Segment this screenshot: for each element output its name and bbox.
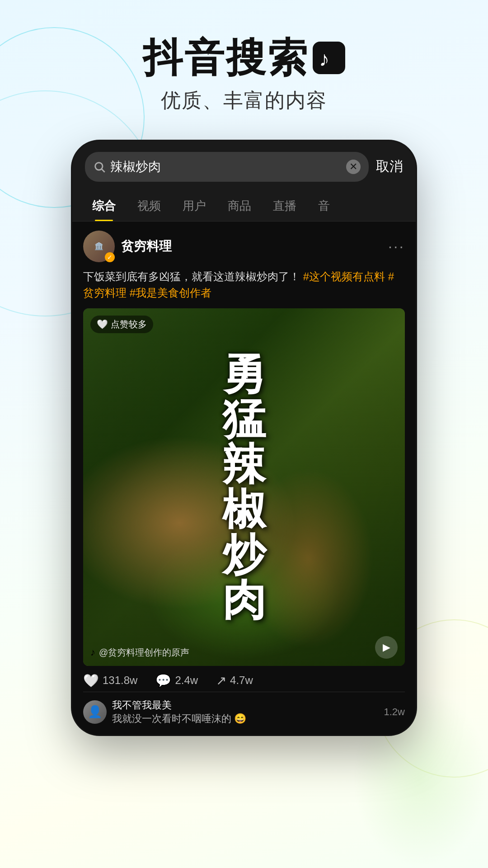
comment-stat-icon: 💬 <box>155 673 171 688</box>
comment-emoji: 😄 <box>234 713 246 724</box>
search-icon <box>93 160 106 173</box>
commenter-avatar-icon: 👤 <box>88 705 102 719</box>
clear-button[interactable]: ✕ <box>346 160 361 174</box>
post-text: 下饭菜到底有多凶猛，就看这道辣椒炒肉了！ #这个视频有点料 #贫穷料理 #我是美… <box>83 269 405 301</box>
avatar-icon: 🏛️ <box>94 242 103 250</box>
video-char-3: 辣 <box>222 443 266 486</box>
comments-stat[interactable]: 💬 2.4w <box>155 673 198 688</box>
search-query: 辣椒炒肉 <box>110 158 342 175</box>
subtitle: 优质、丰富的内容 <box>0 87 488 114</box>
svg-line-3 <box>102 169 104 172</box>
verified-badge: ✓ <box>105 252 115 262</box>
audio-label: @贫穷料理创作的原声 <box>99 646 189 659</box>
tab-audio[interactable]: 音 <box>307 191 341 221</box>
play-button[interactable]: ▶ <box>375 636 398 659</box>
tab-comprehensive[interactable]: 综合 <box>81 191 127 221</box>
comment-row: 👤 我不管我最美 我就没一次看时不咽唾沫的 😄 1.2w <box>83 692 405 726</box>
tab-live[interactable]: 直播 <box>262 191 307 221</box>
tabs-row: 综合 视频 用户 商品 直播 音 <box>72 189 416 222</box>
phone-frame: 辣椒炒肉 ✕ 取消 综合 视频 用户 商品 直播 音 <box>72 141 416 735</box>
video-char-2: 猛 <box>222 397 266 441</box>
hashtag-1[interactable]: #这个视频有点料 <box>303 270 385 283</box>
main-title: 抖音搜索 ♪ <box>0 36 488 80</box>
video-char-4: 椒 <box>222 488 266 531</box>
svg-text:♪: ♪ <box>319 47 331 71</box>
header-section: 抖音搜索 ♪ 优质、丰富的内容 <box>0 0 488 132</box>
comment-text: 我就没一次看时不咽唾沫的 <box>112 713 231 724</box>
commenter-info: 👤 我不管我最美 我就没一次看时不咽唾沫的 😄 <box>83 698 246 726</box>
audio-row[interactable]: ♪ @贫穷料理创作的原声 <box>90 646 189 659</box>
username[interactable]: 贫穷料理 <box>121 238 172 255</box>
comment-body: 我就没一次看时不咽唾沫的 😄 <box>112 712 246 726</box>
heart-stat-icon: 🤍 <box>83 673 99 688</box>
heart-icon: 🤍 <box>97 319 108 330</box>
comment-count: 1.2w <box>384 706 405 718</box>
like-badge: 🤍 点赞较多 <box>90 316 153 333</box>
like-badge-text: 点赞较多 <box>111 318 147 330</box>
shares-count: 4.7w <box>230 674 253 687</box>
video-char-5: 炒 <box>222 533 266 576</box>
hashtag-3[interactable]: #我是美食创作者 <box>130 287 211 299</box>
video-bg: 勇 猛 辣 椒 炒 肉 🤍 点赞较多 ♪ @贫 <box>83 308 405 666</box>
tab-video[interactable]: 视频 <box>127 191 172 221</box>
tiktok-logo-icon: ♪ <box>313 42 345 74</box>
tab-user[interactable]: 用户 <box>172 191 217 221</box>
video-char-1: 勇 <box>222 352 266 396</box>
video-thumbnail[interactable]: 勇 猛 辣 椒 炒 肉 🤍 点赞较多 ♪ @贫 <box>83 308 405 666</box>
avatar-wrap[interactable]: 🏛️ ✓ <box>83 231 115 262</box>
likes-count: 131.8w <box>103 674 137 687</box>
share-stat-icon: ↗ <box>216 673 226 688</box>
app-title: 抖音搜索 <box>143 36 309 80</box>
video-char-6: 肉 <box>222 578 266 622</box>
user-row: 🏛️ ✓ 贫穷料理 ··· <box>83 231 405 262</box>
search-bar-area: 辣椒炒肉 ✕ 取消 <box>72 141 416 189</box>
commenter-avatar: 👤 <box>83 700 107 724</box>
content-area: 🏛️ ✓ 贫穷料理 ··· 下饭菜到底有多凶猛，就看这道辣椒炒肉了！ #这个视频… <box>72 222 416 735</box>
comments-count: 2.4w <box>175 674 198 687</box>
user-info: 🏛️ ✓ 贫穷料理 <box>83 231 172 262</box>
shares-stat[interactable]: ↗ 4.7w <box>216 673 253 688</box>
phone-container: 辣椒炒肉 ✕ 取消 综合 视频 用户 商品 直播 音 <box>0 141 488 735</box>
commenter-name[interactable]: 我不管我最美 <box>112 698 246 712</box>
post-text-prefix: 下饭菜到底有多凶猛，就看这道辣椒炒肉了！ <box>83 270 300 283</box>
tiktok-audio-icon: ♪ <box>90 646 95 658</box>
svg-point-2 <box>95 162 103 170</box>
more-button[interactable]: ··· <box>388 237 405 255</box>
stats-row: 🤍 131.8w 💬 2.4w ↗ 4.7w <box>83 666 405 692</box>
cancel-button[interactable]: 取消 <box>376 157 403 176</box>
search-input-wrap[interactable]: 辣椒炒肉 ✕ <box>85 152 369 182</box>
comment-text-wrap: 我不管我最美 我就没一次看时不咽唾沫的 😄 <box>112 698 246 726</box>
likes-stat[interactable]: 🤍 131.8w <box>83 673 137 688</box>
tab-product[interactable]: 商品 <box>217 191 262 221</box>
